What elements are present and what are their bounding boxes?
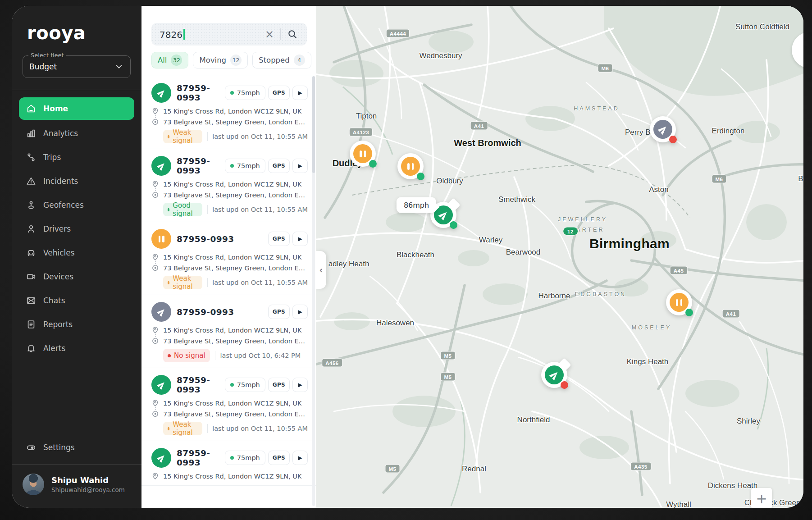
vehicle-card[interactable]: 87959-0993 GPS ▶ 15 King's Cross Rd, Lon… [141, 295, 316, 368]
filter-label: Stopped [259, 56, 290, 64]
fleet-selector-value: Budget [29, 62, 114, 71]
car-icon [26, 248, 36, 258]
map-label-town: Halesowen [376, 319, 414, 328]
sidebar-item-label: Trips [43, 153, 61, 162]
filter-count-badge: 32 [171, 55, 182, 66]
speed-dot [230, 456, 234, 460]
play-button[interactable]: ▶ [292, 451, 308, 465]
bar-chart-icon [26, 128, 36, 138]
vehicle-marker-moving[interactable] [541, 362, 567, 388]
app-logo: rooya [27, 24, 141, 42]
sidebar-item-incidents[interactable]: Incidents [19, 171, 134, 192]
status-dot-green [417, 173, 424, 180]
gps-button[interactable]: GPS [268, 378, 290, 392]
play-button[interactable]: ▶ [292, 86, 308, 100]
warning-triangle-icon [26, 176, 36, 186]
sidebar-item-label: Reports [43, 320, 73, 329]
signal-badge: Weak signal [163, 276, 202, 289]
map-label-town: Warley [479, 236, 502, 245]
map-label-town: Tipton [356, 112, 377, 121]
gps-button[interactable]: GPS [268, 232, 290, 246]
settings-wrap: Settings [12, 437, 141, 464]
route-icon [26, 152, 36, 162]
search-input[interactable]: 7826 [160, 29, 185, 40]
gps-button[interactable]: GPS [268, 451, 290, 465]
destination-icon [151, 264, 159, 272]
map-label-town: B [798, 174, 803, 183]
location-pin-icon [151, 180, 159, 188]
map-label-district: EDGBASTON [575, 291, 626, 297]
sidebar-item-reports[interactable]: Reports [19, 314, 134, 335]
sidebar-item-vehicles[interactable]: Vehicles [19, 242, 134, 263]
list-scrollbar[interactable] [312, 76, 315, 506]
map[interactable]: Wednesbury Tipton West Bromwich Dudley O… [316, 6, 803, 508]
road-badge: A41 [723, 310, 739, 318]
sidebar-spacer [12, 359, 141, 437]
map-label-town: Kings Heath [627, 357, 669, 366]
status-offline-icon [151, 302, 171, 322]
play-button[interactable]: ▶ [292, 159, 308, 173]
location-pin-icon [151, 326, 159, 334]
gps-button[interactable]: GPS [268, 159, 290, 173]
sidebar-item-label: Home [43, 104, 68, 113]
play-button[interactable]: ▶ [292, 232, 308, 246]
sidebar-item-drivers[interactable]: Drivers [19, 219, 134, 239]
navigation-icon [653, 120, 672, 139]
vehicle-card[interactable]: 87959-0993 75mph GPS ▶ 15 King's Cross R… [141, 368, 316, 441]
map-label-town: Aston [649, 185, 668, 194]
vehicle-marker-paused[interactable] [350, 141, 376, 167]
filter-stopped[interactable]: Stopped 4 [252, 52, 311, 68]
status-moving-icon [151, 375, 171, 395]
road-badge: M5 [441, 352, 455, 360]
gps-button[interactable]: GPS [268, 86, 290, 100]
play-button[interactable]: ▶ [292, 305, 308, 319]
sidebar-item-analytics[interactable]: Analytics [19, 123, 134, 144]
vehicle-destination: 73 Belgrave St, Stepney Green, London E1… [163, 265, 308, 272]
user-profile[interactable]: Shipu Wahid Shipuwahid@rooya.com [12, 465, 141, 508]
location-pin-icon [151, 253, 159, 261]
road-badge: A4123 [350, 128, 372, 136]
vehicle-marker-paused[interactable] [397, 153, 424, 179]
sidebar-item-chats[interactable]: Chats [19, 290, 134, 311]
collapse-panel-button[interactable]: ‹ [316, 251, 326, 289]
fleet-selector[interactable]: Select fleet Budget [23, 55, 131, 78]
map-label-town: Sutton Coldfield [735, 23, 789, 32]
gps-button[interactable]: GPS [268, 305, 290, 319]
vehicle-marker-paused[interactable] [666, 289, 692, 315]
status-dot-green [685, 309, 693, 316]
zoom-in-button[interactable]: + [751, 488, 772, 508]
sidebar-item-devices[interactable]: Devices [19, 266, 134, 287]
search-icon[interactable] [283, 27, 301, 41]
home-icon [26, 104, 36, 114]
speed-dot [230, 164, 234, 168]
signal-dot [168, 281, 169, 284]
sidebar-item-settings[interactable]: Settings [19, 437, 134, 458]
sidebar-item-home[interactable]: Home [19, 97, 134, 120]
vehicle-card[interactable]: 87959-0993 GPS ▶ 15 King's Cross Rd, Lon… [141, 222, 316, 295]
filter-moving[interactable]: Moving 12 [193, 52, 248, 68]
vehicle-address: 15 King's Cross Rd, London WC1Z 9LN, UK [163, 327, 301, 334]
sidebar-item-trips[interactable]: Trips [19, 147, 134, 168]
foot-divider [207, 132, 208, 141]
vehicle-id: 87959-0993 [177, 307, 234, 317]
geofence-pin-icon [26, 200, 36, 210]
scrollbar-thumb[interactable] [312, 76, 315, 173]
location-pin-icon [151, 107, 159, 115]
search-box[interactable]: 7826 × [151, 23, 307, 46]
sidebar-item-geofences[interactable]: Geofences [19, 195, 134, 215]
sidebar-nav: Home Analytics Trips Incidents Geofences… [12, 90, 141, 359]
vehicle-card[interactable]: 87959-0993 75mph GPS ▶ 15 King's Cross R… [141, 441, 316, 486]
map-label-town: Shirley [737, 417, 760, 426]
route-dots [155, 407, 308, 410]
vehicle-marker-offline[interactable] [650, 116, 676, 142]
sidebar-item-alerts[interactable]: Alerts [19, 338, 134, 359]
document-icon [26, 319, 36, 329]
clear-search-icon[interactable]: × [261, 29, 278, 40]
sidebar-item-label: Alerts [43, 344, 65, 353]
foot-divider [215, 351, 215, 360]
fleet-selector-label: Select fleet [28, 52, 66, 59]
play-button[interactable]: ▶ [292, 378, 308, 392]
vehicle-card[interactable]: 87959-0993 75mph GPS ▶ 15 King's Cross R… [141, 149, 316, 222]
filter-all[interactable]: All 32 [151, 52, 188, 68]
vehicle-card[interactable]: 87959-0993 75mph GPS ▶ 15 King's Cross R… [141, 76, 316, 149]
